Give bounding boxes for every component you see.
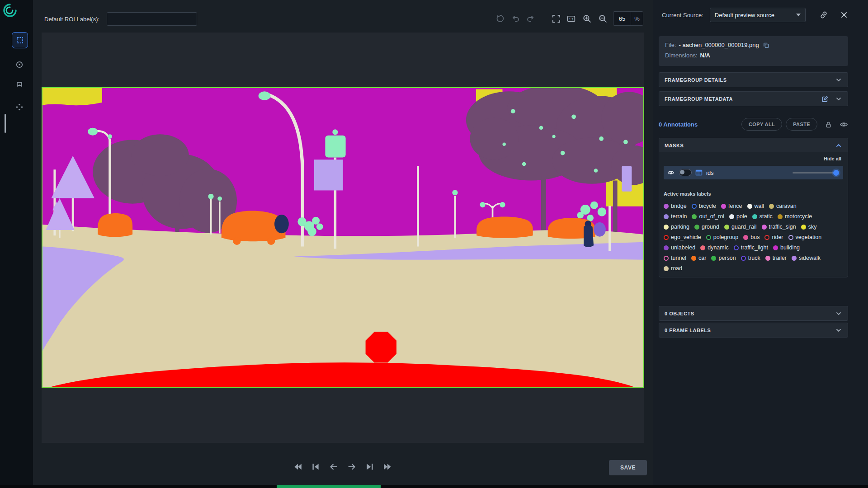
history-button[interactable] bbox=[495, 14, 505, 23]
mask-label-rider[interactable]: rider bbox=[764, 234, 783, 240]
tool-polygon[interactable] bbox=[12, 77, 27, 93]
redo-icon bbox=[526, 14, 535, 23]
redo-button[interactable] bbox=[526, 14, 535, 23]
tool-box-select[interactable] bbox=[12, 32, 28, 48]
mask-label-out_of_roi[interactable]: out_of_roi bbox=[692, 213, 724, 220]
mask-label-text: ground bbox=[702, 224, 719, 230]
mask-label-wall[interactable]: wall bbox=[747, 203, 764, 209]
zoom-out-button[interactable] bbox=[598, 14, 608, 23]
mask-label-text: wall bbox=[755, 203, 764, 209]
mask-label-parking[interactable]: parking bbox=[664, 224, 689, 230]
next-frame-button[interactable] bbox=[347, 462, 357, 472]
ids-layer-row[interactable]: ids bbox=[664, 166, 843, 179]
close-icon bbox=[840, 11, 848, 19]
mask-label-fence[interactable]: fence bbox=[721, 203, 742, 209]
mask-label-polegroup[interactable]: polegroup bbox=[706, 234, 739, 240]
mask-label-building[interactable]: building bbox=[773, 244, 800, 251]
zoom-in-button[interactable] bbox=[582, 14, 592, 23]
copy-filename-button[interactable] bbox=[763, 42, 769, 48]
zoom-level-field[interactable]: 65 % bbox=[613, 11, 643, 26]
rail-resize-handle[interactable] bbox=[5, 114, 6, 133]
mask-label-sidewalk[interactable]: sidewalk bbox=[792, 255, 821, 261]
arrow-right-icon bbox=[347, 462, 357, 472]
mask-label-caravan[interactable]: caravan bbox=[769, 203, 796, 209]
mask-label-text: building bbox=[780, 244, 800, 251]
mask-label-static[interactable]: static bbox=[752, 213, 773, 220]
slider-knob[interactable] bbox=[833, 170, 839, 176]
mask-label-ego_vehicle[interactable]: ego_vehicle bbox=[664, 234, 701, 240]
rewind-button[interactable] bbox=[292, 462, 302, 472]
mask-label-guard_rail[interactable]: guard_rail bbox=[724, 224, 757, 230]
mask-label-terrain[interactable]: terrain bbox=[664, 213, 687, 220]
ids-opacity-slider[interactable] bbox=[793, 172, 838, 174]
mask-label-road[interactable]: road bbox=[664, 265, 682, 272]
ids-layer-name: ids bbox=[706, 169, 714, 176]
mask-label-sky[interactable]: sky bbox=[801, 224, 817, 230]
framegroup-details-header[interactable]: FRAMEGROUP DETAILS bbox=[659, 72, 848, 87]
frame-labels-header[interactable]: 0 FRAME LABELS bbox=[659, 323, 848, 338]
masks-header[interactable]: MASKS bbox=[659, 138, 848, 152]
one-to-one-zoom-button[interactable]: 1:1 bbox=[566, 14, 576, 23]
mask-label-bridge[interactable]: bridge bbox=[664, 203, 687, 209]
mask-color-dot bbox=[664, 235, 669, 240]
eye-icon bbox=[840, 120, 848, 129]
mask-label-motorcycle[interactable]: motorcycle bbox=[778, 213, 812, 220]
ids-toggle[interactable] bbox=[679, 169, 692, 176]
last-frame-button[interactable] bbox=[365, 462, 375, 472]
visibility-button[interactable] bbox=[840, 120, 848, 129]
save-button[interactable]: SAVE bbox=[609, 460, 647, 475]
mask-label-car[interactable]: car bbox=[691, 255, 706, 261]
source-select[interactable]: Default preview source bbox=[710, 8, 806, 22]
mask-label-dynamic[interactable]: dynamic bbox=[700, 244, 729, 251]
edit-icon[interactable] bbox=[821, 95, 829, 103]
zoom-value[interactable]: 65 bbox=[613, 15, 631, 22]
mask-label-ground[interactable]: ground bbox=[694, 224, 719, 230]
mask-label-person[interactable]: person bbox=[711, 255, 736, 261]
mask-label-vegetation[interactable]: vegetation bbox=[788, 234, 822, 240]
mask-color-dot bbox=[762, 225, 767, 230]
hide-all-button[interactable]: Hide all bbox=[664, 156, 843, 161]
fit-screen-button[interactable] bbox=[552, 14, 561, 23]
mask-label-traffic_light[interactable]: traffic_light bbox=[734, 244, 768, 251]
copy-all-button[interactable]: COPY ALL bbox=[741, 118, 782, 131]
mask-color-dot bbox=[765, 256, 770, 261]
rewind-icon bbox=[292, 462, 302, 472]
mask-color-dot bbox=[734, 245, 739, 250]
mask-label-truck[interactable]: truck bbox=[741, 255, 760, 261]
close-button[interactable] bbox=[840, 11, 848, 19]
mask-label-bicycle[interactable]: bicycle bbox=[692, 203, 716, 209]
mask-label-unlabeled[interactable]: unlabeled bbox=[664, 244, 695, 251]
lock-button[interactable] bbox=[825, 121, 832, 128]
mask-label-text: road bbox=[671, 265, 682, 272]
mask-label-tunnel[interactable]: tunnel bbox=[664, 255, 686, 261]
tool-circle[interactable] bbox=[12, 57, 27, 72]
segmentation-image[interactable] bbox=[42, 87, 644, 388]
mask-label-text: tunnel bbox=[671, 255, 686, 261]
mask-label-trailer[interactable]: trailer bbox=[765, 255, 787, 261]
mask-label-text: terrain bbox=[671, 213, 687, 220]
chevron-down-icon bbox=[835, 76, 842, 84]
mask-label-text: out_of_roi bbox=[699, 213, 724, 220]
box-select-icon bbox=[15, 36, 24, 45]
roi-input[interactable] bbox=[107, 12, 197, 26]
first-frame-button[interactable] bbox=[311, 462, 321, 472]
masks-title: MASKS bbox=[665, 143, 684, 148]
objects-header[interactable]: 0 OBJECTS bbox=[659, 306, 848, 321]
mask-label-traffic_sign[interactable]: traffic_sign bbox=[762, 224, 796, 230]
previous-frame-button[interactable] bbox=[329, 462, 339, 472]
mask-label-text: parking bbox=[671, 224, 689, 230]
undo-button[interactable] bbox=[511, 14, 520, 23]
mask-label-bus[interactable]: bus bbox=[743, 234, 760, 240]
mask-label-text: motorcycle bbox=[785, 213, 812, 220]
paste-button[interactable]: PASTE bbox=[786, 118, 817, 131]
ids-visibility-button[interactable] bbox=[667, 169, 675, 176]
eye-icon bbox=[667, 169, 675, 176]
tool-points[interactable] bbox=[12, 99, 27, 115]
fast-forward-button[interactable] bbox=[383, 462, 393, 472]
framegroup-metadata-header[interactable]: FRAMEGROUP METADATA bbox=[659, 91, 848, 106]
mask-label-pole[interactable]: pole bbox=[729, 213, 747, 220]
mask-label-text: ego_vehicle bbox=[671, 234, 701, 240]
link-button[interactable] bbox=[819, 10, 828, 19]
undo-icon bbox=[511, 14, 520, 23]
roi-label: Default ROI Label(s): bbox=[44, 13, 99, 26]
